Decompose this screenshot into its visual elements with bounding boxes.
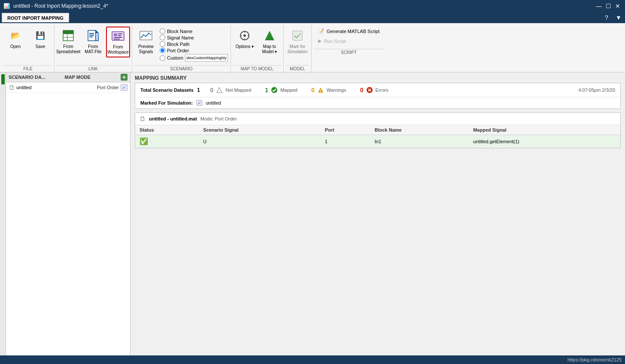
scenario-panel: SCENARIO DA... MAP MODE + 🗋 untitled Por… — [6, 72, 130, 364]
save-button[interactable]: 💾 Save — [28, 27, 52, 54]
col-block-name: Block Name — [370, 125, 469, 135]
from-workspace-button[interactable]: FromWorkspace — [106, 27, 130, 57]
scenario-row-name: untitled — [16, 85, 95, 90]
from-mat-file-button[interactable]: FromMAT-File — [81, 27, 105, 57]
content-panel: MAPPING SUMMARY Total Scenario Datasets … — [130, 72, 625, 364]
title-bar-controls[interactable]: — ☐ ✕ — [595, 2, 622, 10]
warnings-icon: ! — [317, 87, 324, 93]
mapped-icon — [271, 87, 278, 93]
generate-matlab-script-button[interactable]: 📝 Generate MATLAB Script — [314, 27, 383, 36]
map-mode-group: Block Name Signal Name Block Path Port O… — [159, 27, 229, 63]
custom-radio[interactable] — [160, 55, 165, 61]
minimize-button[interactable]: — — [595, 2, 603, 10]
custom-row: Custom — [160, 54, 228, 62]
svg-rect-25 — [293, 31, 302, 40]
map-mode-col: MAP MODE — [65, 75, 118, 80]
run-icon: ▶ — [318, 38, 322, 44]
map-to-model-button[interactable]: Map toModel ▾ — [258, 27, 282, 57]
ribbon-group-model: Mark forSimulation MODEL — [284, 25, 312, 72]
from-spreadsheet-button[interactable]: FromSpreadsheet — [56, 27, 80, 57]
map-to-model-label: Map toModel ▾ — [262, 44, 277, 54]
open-button[interactable]: 📂 Open — [3, 27, 27, 54]
svg-rect-8 — [89, 33, 94, 34]
svg-point-27 — [271, 87, 277, 93]
not-mapped-label: Not Mapped — [225, 87, 251, 93]
run-script-button[interactable]: ▶ Run Script — [314, 36, 383, 45]
svg-rect-10 — [89, 36, 93, 37]
preview-label: PreviewSignals — [138, 44, 154, 54]
port-order-radio[interactable] — [160, 48, 165, 53]
workspace-label: FromWorkspace — [107, 45, 129, 55]
maximize-button[interactable]: ☐ — [604, 2, 612, 10]
scenario-group-label: SCENARIO — [134, 65, 229, 71]
link-group-label: LINK — [56, 65, 130, 71]
block-path-label: Block Path — [167, 42, 190, 47]
scenario-check[interactable]: ✓ — [121, 84, 127, 91]
title-bar: 📊 untitled - Root Inport Mapping:lesson2… — [0, 0, 625, 12]
errors-stat: 0 Errors — [360, 87, 388, 93]
summary-stats: Total Scenario Datasets 1 0 Not Mapped 1 — [135, 83, 620, 97]
options-label: Options ▾ — [236, 44, 254, 49]
collapse-button[interactable]: ▼ — [614, 13, 623, 22]
svg-text:!: ! — [320, 89, 321, 93]
scenario-row-mode: Port Order — [97, 85, 119, 90]
scenario-row-untitled: 🗋 untitled Port Order ✓ — [6, 82, 130, 93]
ribbon-toolbar: 📂 Open 💾 Save FILE — [0, 23, 625, 72]
mark-icon — [291, 29, 304, 42]
status-ok-icon: ✅ — [140, 138, 148, 145]
options-button[interactable]: Options ▾ — [233, 27, 257, 54]
app-icon: 📊 — [3, 3, 10, 9]
spreadsheet-label: FromSpreadsheet — [56, 44, 81, 54]
ribbon-group-map-to-model: Options ▾ Map toModel ▾ MAP TO MODEL — [231, 25, 284, 72]
sim-row: Marked For Simulation: ✓ untitled — [135, 97, 620, 108]
errors-label: Errors — [376, 87, 388, 93]
svg-rect-15 — [114, 37, 122, 38]
ribbon-group-script: 📝 Generate MATLAB Script ▶ Run Script SC… — [312, 25, 386, 72]
not-mapped-icon — [216, 87, 223, 93]
detail-header-row: 🗋 untitled - untitled.mat Mode: Port Ord… — [135, 113, 620, 125]
port-order-label: Port Order — [167, 48, 189, 53]
total-count: 1 — [197, 87, 200, 93]
sim-check[interactable]: ✓ — [196, 100, 202, 106]
cell-status: ✅ — [135, 135, 199, 148]
errors-count: 0 — [360, 87, 364, 93]
link-buttons: FromSpreadsheet FromMAT-File — [56, 25, 130, 63]
ribbon-group-link: FromSpreadsheet FromMAT-File — [55, 25, 132, 72]
help-button[interactable]: ? — [602, 13, 611, 22]
window-title: untitled - Root Inport Mapping:lesson2_4… — [13, 3, 108, 9]
block-name-radio[interactable] — [160, 28, 165, 34]
main-area: SCENARIO DA... MAP MODE + 🗋 untitled Por… — [0, 72, 625, 364]
options-icon — [238, 29, 252, 42]
mat-label: FromMAT-File — [85, 44, 101, 54]
signal-name-radio[interactable] — [160, 35, 165, 40]
warnings-stat: 0 ! Warnings — [311, 87, 346, 93]
scenario-row-icon: 🗋 — [9, 84, 15, 91]
preview-signals-button[interactable]: PreviewSignals — [134, 27, 158, 57]
table-row: ✅ U 1 In1 untitled.getElement(1) — [135, 135, 620, 148]
save-icon: 💾 — [33, 29, 47, 42]
file-buttons: 📂 Open 💾 Save — [3, 25, 52, 63]
total-label: Total Scenario Datasets — [140, 87, 194, 93]
scenario-buttons: PreviewSignals Block Name Signal Name Bl… — [134, 25, 229, 63]
close-button[interactable]: ✕ — [614, 2, 622, 10]
ribbon-container: ROOT INPORT MAPPING ? ▼ 📂 Open 💾 Save FI… — [0, 12, 625, 72]
tab-root-inport-mapping[interactable]: ROOT INPORT MAPPING — [2, 13, 69, 22]
svg-rect-17 — [140, 31, 152, 40]
custom-input[interactable] — [185, 54, 228, 62]
block-path-radio[interactable] — [160, 41, 165, 47]
ribbon-group-scenario: PreviewSignals Block Name Signal Name Bl… — [132, 25, 231, 72]
svg-marker-26 — [217, 87, 222, 93]
map-icon — [263, 29, 276, 42]
model-group-label: MODEL — [285, 65, 309, 71]
script-buttons: 📝 Generate MATLAB Script ▶ Run Script — [313, 25, 384, 47]
not-mapped-stat: 0 Not Mapped — [210, 87, 252, 93]
warnings-count: 0 — [311, 87, 315, 93]
block-name-label: Block Name — [167, 29, 192, 34]
add-scenario-button[interactable]: + — [121, 74, 127, 81]
save-label: Save — [36, 44, 46, 49]
svg-rect-1 — [63, 30, 73, 34]
open-label: Open — [10, 44, 21, 49]
mapped-count: 1 — [265, 87, 268, 93]
mark-for-simulation-button[interactable]: Mark forSimulation — [285, 27, 309, 57]
spreadsheet-icon — [61, 29, 75, 42]
